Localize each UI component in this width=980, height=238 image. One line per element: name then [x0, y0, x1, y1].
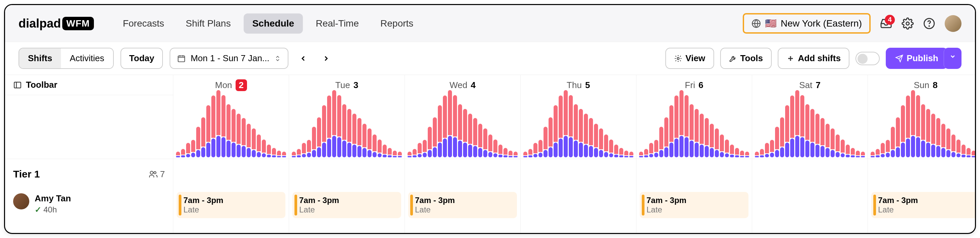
globe-icon [751, 19, 761, 28]
tier-label: Tier 1 [13, 168, 40, 180]
nav-reports[interactable]: Reports [372, 13, 422, 33]
gear-small-icon [674, 54, 682, 62]
shift-block[interactable]: 7am - 3pmLate [871, 192, 975, 218]
shift-block[interactable]: 7am - 3pmLate [293, 192, 401, 218]
forecast-chart [405, 95, 520, 159]
tools-button[interactable]: Tools [720, 48, 772, 69]
logo-text: dialpad [19, 16, 61, 30]
nav-forecasts[interactable]: Forecasts [114, 13, 173, 33]
chevron-right-icon [322, 54, 330, 62]
day-alert-badge: 2 [235, 79, 247, 91]
day-header: Fri6 [636, 75, 752, 95]
send-icon [895, 54, 903, 62]
settings-button[interactable] [902, 17, 914, 30]
add-shifts-button[interactable]: Add shifts [778, 48, 850, 69]
chevron-down-icon [950, 53, 956, 60]
svg-point-7 [150, 171, 153, 174]
inbox-button[interactable]: 4 [880, 17, 892, 30]
forecast-chart [173, 95, 289, 159]
svg-point-1 [906, 22, 909, 25]
publish-button[interactable]: Publish [886, 48, 948, 69]
timezone-label: New York (Eastern) [781, 18, 862, 29]
person-avatar [13, 193, 29, 209]
date-range-label: Mon 1 - Sun 7 Jan... [191, 53, 269, 63]
notification-badge: 4 [885, 15, 895, 25]
person-hours: ✓ 40h [35, 205, 71, 214]
help-button[interactable] [923, 17, 935, 30]
day-col-3: Thu5 [520, 75, 636, 233]
day-col-4: Fri67am - 3pmLate [636, 75, 752, 233]
day-header: Sat7 [752, 75, 868, 95]
wrench-icon [729, 54, 737, 62]
toolbar-panel-toggle[interactable]: Toolbar [5, 75, 173, 95]
forecast-chart [289, 95, 404, 159]
publish-toggle[interactable] [856, 52, 880, 65]
day-col-5: Sat7 [752, 75, 868, 233]
svg-point-5 [677, 57, 679, 59]
day-header: Sun8 [868, 75, 975, 95]
forecast-chart [636, 95, 752, 159]
person-row[interactable]: Amy Tan ✓ 40h [5, 189, 173, 223]
people-icon [149, 170, 158, 179]
tier-count: 7 [149, 169, 165, 179]
shift-block[interactable]: 7am - 3pmLate [177, 192, 285, 218]
logo-badge: WFM [62, 17, 94, 30]
help-icon [923, 17, 935, 30]
view-button[interactable]: View [665, 48, 714, 69]
main-nav: ForecastsShift PlansScheduleReal-TimeRep… [114, 13, 422, 33]
date-range-selector[interactable]: Mon 1 - Sun 7 Jan... [170, 48, 288, 69]
panel-icon [13, 81, 22, 89]
chevron-left-icon [299, 54, 307, 62]
gear-icon [902, 17, 914, 30]
day-header: Thu5 [520, 75, 636, 95]
day-col-6: Sun87am - 3pmLate [868, 75, 975, 233]
timezone-flag: 🇺🇸 [765, 18, 777, 29]
timezone-selector[interactable]: 🇺🇸 New York (Eastern) [743, 13, 870, 33]
shift-block[interactable]: 7am - 3pmLate [640, 192, 748, 218]
forecast-chart [520, 95, 636, 159]
tier-row[interactable]: Tier 1 7 [5, 159, 173, 189]
day-col-1: Tue37am - 3pmLate [289, 75, 405, 233]
publish-menu-button[interactable] [943, 48, 961, 69]
day-col-0: Mon27am - 3pmLate [173, 75, 289, 233]
check-icon: ✓ [35, 205, 41, 214]
user-avatar[interactable] [945, 15, 961, 32]
prev-week-button[interactable] [295, 51, 311, 67]
nav-real-time[interactable]: Real-Time [307, 13, 368, 33]
calendar-icon [177, 54, 186, 63]
svg-point-3 [929, 25, 929, 26]
svg-rect-6 [14, 82, 21, 88]
day-header: Wed4 [405, 75, 520, 95]
nav-shift-plans[interactable]: Shift Plans [177, 13, 240, 33]
nav-schedule[interactable]: Schedule [243, 13, 303, 33]
day-header: Tue3 [289, 75, 404, 95]
select-icon [274, 55, 281, 62]
svg-point-8 [154, 171, 156, 174]
today-button[interactable]: Today [121, 48, 163, 69]
logo: dialpad WFM [19, 16, 94, 30]
next-week-button[interactable] [318, 51, 334, 67]
view-segment: Shifts Activities [19, 48, 114, 69]
activities-tab[interactable]: Activities [61, 48, 113, 68]
day-col-2: Wed47am - 3pmLate [405, 75, 520, 233]
forecast-chart [752, 95, 868, 159]
svg-rect-4 [178, 56, 185, 62]
plus-icon [786, 54, 795, 62]
shift-block[interactable]: 7am - 3pmLate [408, 192, 517, 218]
forecast-chart [868, 95, 975, 159]
shifts-tab[interactable]: Shifts [19, 48, 61, 68]
day-header: Mon2 [173, 75, 289, 95]
person-name: Amy Tan [35, 193, 71, 204]
